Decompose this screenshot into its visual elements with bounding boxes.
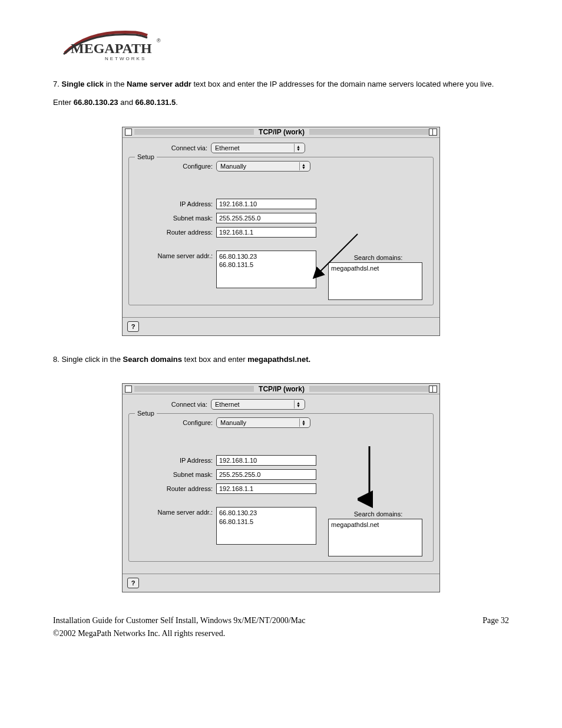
titlebar: TCP/IP (work) [123,127,439,138]
name-server-label: Name server addr.: [134,251,216,259]
setup-fieldset: Setup Configure: Manually ▲▼ IP Address:… [128,413,434,562]
name-server-label: Name server addr.: [134,507,216,516]
subnet-mask-label: Subnet mask: [134,469,216,478]
ip-address-label: IP Address: [134,455,216,464]
router-address-input[interactable]: 192.168.1.1 [216,483,316,494]
dropdown-icon: ▲▼ [294,144,302,152]
svg-text:®: ® [157,38,161,44]
setup-fieldset: Setup Configure: Manually ▲▼ IP Address:… [128,157,434,305]
step8-instruction: 8. Single click in the Search domains te… [53,354,509,366]
step7-instruction: 7. Single click in the Name server addr … [53,78,509,91]
help-button[interactable]: ? [127,578,139,588]
close-icon[interactable] [125,129,132,136]
page-number: Page 32 [482,616,509,625]
configure-select[interactable]: Manually ▲▼ [216,161,310,172]
connect-via-select[interactable]: Ethernet ▲▼ [211,143,305,153]
search-domains-input[interactable]: megapathdsl.net [328,519,422,556]
connect-via-label: Connect via: [128,399,211,408]
connect-via-label: Connect via: [128,143,211,151]
search-domains-label: Search domains: [328,254,428,261]
router-address-label: Router address: [134,483,216,492]
collapse-icon[interactable] [429,129,437,136]
search-domains-input[interactable]: megapathdsl.net [328,262,422,300]
window-title: TCP/IP (work) [254,385,309,393]
router-address-label: Router address: [134,227,216,236]
collapse-icon[interactable] [429,386,437,393]
titlebar: TCP/IP (work) [123,384,439,394]
window-title: TCP/IP (work) [254,128,309,136]
copyright: ©2002 MegaPath Networks Inc. All rights … [53,629,509,638]
configure-label: Configure: [134,161,216,170]
close-icon[interactable] [125,386,132,393]
logo-text-sub: NETWORKS [105,56,146,61]
connect-via-select[interactable]: Ethernet ▲▼ [211,399,305,410]
ip-address-label: IP Address: [134,199,216,207]
subnet-mask-input[interactable]: 255.255.255.0 [216,213,316,223]
page-footer: Installation Guide for Customer Self Ins… [53,616,509,625]
tcpip-dialog-1: TCP/IP (work) Connect via: Ethernet ▲▼ S… [122,127,440,336]
subnet-mask-input[interactable]: 255.255.255.0 [216,469,316,480]
help-button[interactable]: ? [127,321,139,332]
footer-title: Installation Guide for Customer Self Ins… [53,616,305,625]
name-server-input[interactable]: 66.80.130.23 66.80.131.5 [216,251,316,288]
dropdown-icon: ▲▼ [294,400,302,409]
logo-text-main: MEGAPATH [71,41,152,56]
ip-address-input[interactable]: 192.168.1.10 [216,199,316,209]
step7-values: Enter 66.80.130.23 and 66.80.131.5. [53,97,509,109]
name-server-input[interactable]: 66.80.130.23 66.80.131.5 [216,507,316,545]
ip-address-input[interactable]: 192.168.1.10 [216,455,316,466]
subnet-mask-label: Subnet mask: [134,213,216,222]
configure-label: Configure: [134,417,216,426]
tcpip-dialog-2: TCP/IP (work) Connect via: Ethernet ▲▼ S… [122,383,440,592]
dropdown-icon: ▲▼ [299,419,308,427]
search-domains-label: Search domains: [328,510,428,518]
configure-select[interactable]: Manually ▲▼ [216,417,310,428]
router-address-input[interactable]: 192.168.1.1 [216,227,316,238]
megapath-logo: MEGAPATH ® NETWORKS [53,24,509,67]
dropdown-icon: ▲▼ [299,162,308,170]
